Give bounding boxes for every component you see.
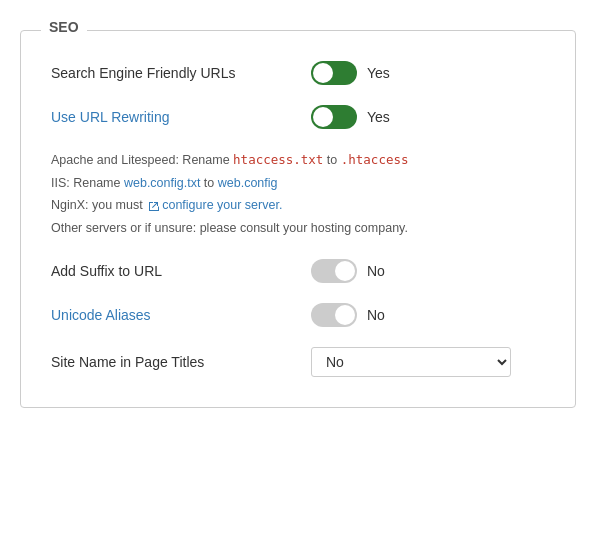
info-line1-mid: to: [323, 153, 340, 167]
site-name-in-page-titles-select-area: No Before After: [311, 347, 511, 377]
info-line-4: Other servers or if unsure: please consu…: [51, 217, 545, 240]
add-suffix-to-url-row: Add Suffix to URL No: [51, 259, 545, 283]
info-line1-file1: htaccess.txt: [233, 152, 323, 167]
info-line3-link[interactable]: configure your server.: [146, 198, 282, 212]
unicode-aliases-row: Unicode Aliases No: [51, 303, 545, 327]
add-suffix-to-url-label: Add Suffix to URL: [51, 263, 311, 279]
main-container: SEO Search Engine Friendly URLs Yes Use …: [0, 0, 596, 543]
use-url-rewriting-toggle-knob: [313, 107, 333, 127]
unicode-aliases-toggle[interactable]: [311, 303, 357, 327]
site-name-in-page-titles-row: Site Name in Page Titles No Before After: [51, 347, 545, 377]
info-line-3: NginX: you must configure your server.: [51, 194, 545, 217]
info-line2-file1: web.config.txt: [124, 176, 200, 190]
search-engine-friendly-urls-toggle[interactable]: [311, 61, 357, 85]
info-line-2: IIS: Rename web.config.txt to web.config: [51, 172, 545, 195]
site-name-in-page-titles-select[interactable]: No Before After: [311, 347, 511, 377]
use-url-rewriting-label[interactable]: Use URL Rewriting: [51, 109, 311, 125]
add-suffix-to-url-toggle[interactable]: [311, 259, 357, 283]
unicode-aliases-label[interactable]: Unicode Aliases: [51, 307, 311, 323]
info-line-1: Apache and Litespeed: Rename htaccess.tx…: [51, 149, 545, 172]
unicode-aliases-toggle-area: No: [311, 303, 385, 327]
use-url-rewriting-toggle[interactable]: [311, 105, 357, 129]
seo-fieldset: SEO Search Engine Friendly URLs Yes Use …: [20, 30, 576, 408]
unicode-aliases-toggle-label: No: [367, 307, 385, 323]
info-line2-prefix: IIS: Rename: [51, 176, 124, 190]
fieldset-legend: SEO: [41, 19, 87, 35]
info-line3-prefix: NginX: you must: [51, 198, 146, 212]
add-suffix-to-url-toggle-label: No: [367, 263, 385, 279]
external-link-icon: [148, 200, 160, 212]
search-engine-friendly-urls-toggle-knob: [313, 63, 333, 83]
search-engine-friendly-urls-row: Search Engine Friendly URLs Yes: [51, 61, 545, 85]
info-line2-mid: to: [200, 176, 217, 190]
use-url-rewriting-toggle-label: Yes: [367, 109, 390, 125]
use-url-rewriting-toggle-area: Yes: [311, 105, 390, 129]
site-name-in-page-titles-label: Site Name in Page Titles: [51, 354, 311, 370]
info-line2-file2: web.config: [218, 176, 278, 190]
add-suffix-to-url-toggle-knob: [335, 261, 355, 281]
search-engine-friendly-urls-label: Search Engine Friendly URLs: [51, 65, 311, 81]
info-box: Apache and Litespeed: Rename htaccess.tx…: [51, 149, 545, 239]
add-suffix-to-url-toggle-area: No: [311, 259, 385, 283]
unicode-aliases-toggle-knob: [335, 305, 355, 325]
info-line1-file2: .htaccess: [341, 152, 409, 167]
info-line1-prefix: Apache and Litespeed: Rename: [51, 153, 233, 167]
search-engine-friendly-urls-toggle-label: Yes: [367, 65, 390, 81]
search-engine-friendly-urls-toggle-area: Yes: [311, 61, 390, 85]
use-url-rewriting-row: Use URL Rewriting Yes: [51, 105, 545, 129]
